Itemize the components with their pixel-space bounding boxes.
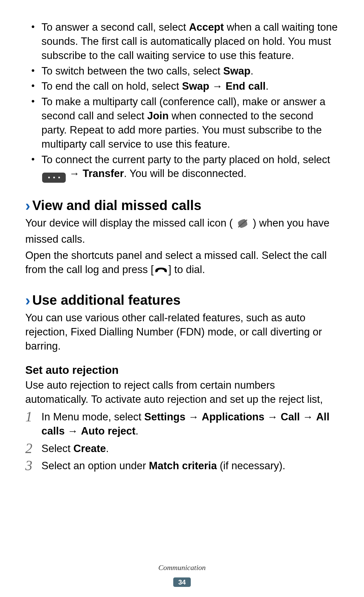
text: . xyxy=(266,80,269,92)
bold-text: End call xyxy=(225,80,266,92)
text: → xyxy=(185,411,202,423)
text: → xyxy=(209,80,225,92)
bold-text: Applications xyxy=(202,411,265,423)
step-item: In Menu mode, select Settings → Applicat… xyxy=(25,410,339,438)
text: . xyxy=(250,65,253,77)
text: → xyxy=(65,425,81,437)
call-key-icon xyxy=(154,263,168,277)
text: Your device will display the missed call… xyxy=(25,217,233,229)
text: → xyxy=(300,411,316,423)
bold-text: Call xyxy=(281,411,300,423)
chevron-right-icon: › xyxy=(25,197,30,214)
bold-text: Match criteria xyxy=(149,460,217,472)
text: . xyxy=(135,425,139,437)
bold-text: Settings xyxy=(144,411,185,423)
numbered-steps: In Menu mode, select Settings → Applicat… xyxy=(25,410,339,473)
text: . You will be disconnected. xyxy=(124,168,247,179)
text: → xyxy=(66,168,83,179)
text: . xyxy=(106,443,109,454)
text: To end the call on hold, select xyxy=(41,80,182,92)
text: (if necessary). xyxy=(217,460,285,472)
list-item: To answer a second call, select Accept w… xyxy=(35,20,339,63)
footer-section-name: Communication xyxy=(0,563,364,573)
bold-text: Swap xyxy=(223,65,250,77)
section-heading: ›View and dial missed calls xyxy=(25,196,339,215)
text: To switch between the two calls, select xyxy=(41,65,223,77)
page-number-badge: 34 xyxy=(173,577,191,587)
document-page: To answer a second call, select Accept w… xyxy=(0,0,364,597)
bold-text: Auto reject xyxy=(81,425,135,437)
heading-text: View and dial missed calls xyxy=(32,198,202,213)
text: Select an option under xyxy=(41,460,149,472)
text: In Menu mode, select xyxy=(41,411,144,423)
paragraph: Open the shortcuts panel and select a mi… xyxy=(25,248,339,277)
step-item: Select Create. xyxy=(25,442,339,456)
section-heading: ›Use additional features xyxy=(25,290,339,310)
list-item: To end the call on hold, select Swap → E… xyxy=(35,79,339,93)
text: ] to dial. xyxy=(169,264,205,275)
list-item: To make a multiparty call (conference ca… xyxy=(35,95,339,151)
heading-text: Use additional features xyxy=(32,293,181,307)
paragraph: Your device will display the missed call… xyxy=(25,216,339,246)
page-footer: Communication 34 xyxy=(0,563,364,588)
bold-text: Transfer xyxy=(83,168,124,179)
text: Select xyxy=(41,443,73,454)
paragraph: You can use various other call-related f… xyxy=(25,311,339,353)
list-item: To switch between the two calls, select … xyxy=(35,64,339,78)
chevron-right-icon: › xyxy=(25,292,30,308)
text: To answer a second call, select xyxy=(41,21,189,33)
paragraph: Use auto rejection to reject calls from … xyxy=(25,378,339,407)
step-item: Select an option under Match criteria (i… xyxy=(25,459,339,473)
bold-text: Create xyxy=(73,443,106,454)
text: To connect the current party to the part… xyxy=(41,154,330,166)
missed-call-icon xyxy=(237,218,248,232)
bold-text: Swap xyxy=(182,80,209,92)
text: → xyxy=(265,411,281,423)
bold-text: Join xyxy=(147,110,169,122)
list-item: To connect the current party to the part… xyxy=(35,153,339,183)
bullet-list: To answer a second call, select Accept w… xyxy=(25,20,339,183)
options-key-icon xyxy=(42,173,66,183)
subheading: Set auto rejection xyxy=(25,363,339,378)
bold-text: Accept xyxy=(189,21,224,33)
